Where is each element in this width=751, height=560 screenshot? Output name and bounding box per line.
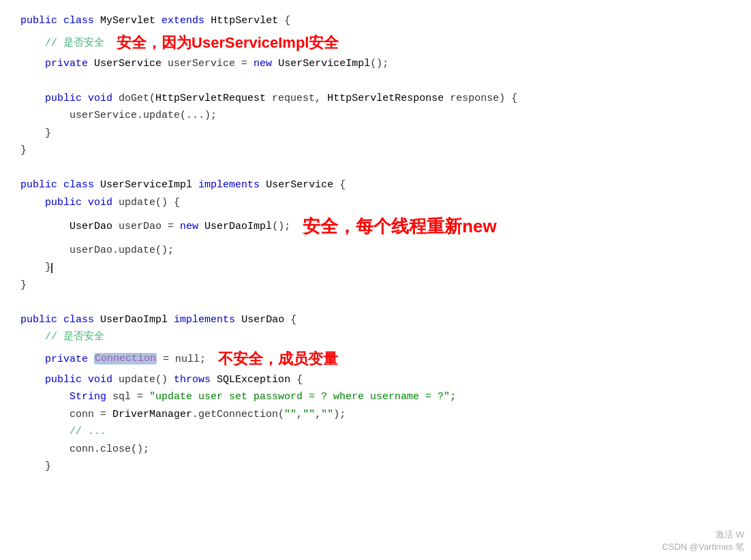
- code-line-blank2: [20, 159, 731, 177]
- code-line-10: UserDao userDao = new UserDaoImpl(); 安全，…: [20, 211, 731, 241]
- code-line-15: // 是否安全: [20, 328, 731, 346]
- code-line-18: String sql = "update user set password =…: [20, 388, 731, 406]
- annotation-safe-new-thread: 安全，每个线程重新new: [303, 216, 497, 236]
- annotation-unsafe-member: 不安全，成员变量: [218, 350, 338, 367]
- code-editor: public class MyServlet extends HttpServl…: [0, 0, 751, 489]
- code-line-16: private Connection = null; 不安全，成员变量: [20, 346, 731, 371]
- watermark-line2: CSDN @Vartimes 笔: [662, 541, 744, 553]
- code-line-21: conn.close();: [20, 441, 731, 458]
- watermark-line1: 激活 W: [662, 529, 744, 541]
- code-line-20: // ...: [20, 423, 731, 441]
- code-line-17: public void update() throws SQLException…: [20, 371, 731, 389]
- code-line-blank1: [20, 72, 731, 90]
- code-line-12: }: [20, 259, 731, 277]
- text-cursor: [51, 263, 52, 273]
- code-line-6: }: [20, 125, 731, 142]
- code-line-22: }: [20, 458, 731, 476]
- annotation-safe-userserviceimpl: 安全，因为UserServiceImpl安全: [117, 34, 339, 51]
- code-line-blank3: [20, 294, 731, 311]
- code-line-4: public void doGet(HttpServletRequest req…: [20, 90, 731, 108]
- code-line-9: public void update() {: [20, 194, 731, 212]
- code-line-8: public class UserServiceImpl implements …: [20, 176, 731, 194]
- code-line-14: public class UserDaoImpl implements User…: [20, 311, 731, 329]
- code-line-1: public class MyServlet extends HttpServl…: [20, 12, 731, 30]
- code-line-5: userService.update(...);: [20, 107, 731, 125]
- code-line-7: }: [20, 142, 731, 159]
- code-line-11: userDao.update();: [20, 242, 731, 260]
- code-line-3: private UserService userService = new Us…: [20, 55, 731, 73]
- code-line-2: // 是否安全 安全，因为UserServiceImpl安全: [20, 30, 731, 55]
- code-line-19: conn = DriverManager.getConnection("",""…: [20, 406, 731, 424]
- watermark: 激活 W CSDN @Vartimes 笔: [662, 529, 744, 553]
- code-line-13: }: [20, 277, 731, 294]
